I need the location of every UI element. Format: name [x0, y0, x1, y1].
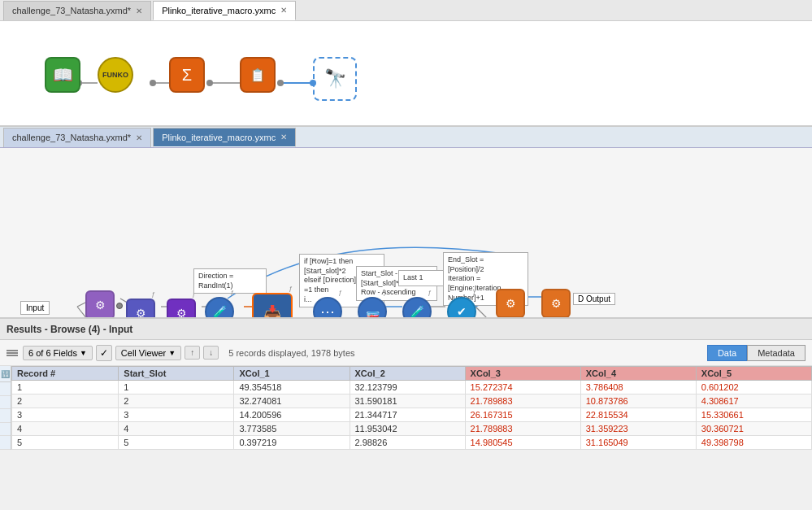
tab-bar-second: challenge_73_Natasha.yxmd* ✕ Plinko_iter… [0, 127, 812, 148]
tab-plinko-label: Plinko_iterative_macro.yxmc [162, 6, 276, 15]
records-info: 5 records displayed, 1978 bytes [228, 348, 354, 358]
tab2-plinko[interactable]: Plinko_iterative_macro.yxmc ✕ [153, 128, 296, 147]
sum-icon: Σ [169, 57, 205, 93]
results-header: Results - Browse (4) - Input [0, 319, 812, 340]
tab-challenge[interactable]: challenge_73_Natasha.yxmd* ✕ [3, 1, 151, 20]
table-row: 443.77358511.95304221.78988331.35922330.… [12, 422, 812, 436]
table-row: 550.3972192.9882614.98054531.16504949.39… [12, 436, 812, 450]
node-flask[interactable]: 🧪 ƒ [205, 297, 234, 319]
node-book[interactable]: 📖 [45, 57, 80, 93]
output-label-d: D Output [573, 293, 615, 305]
cell-viewer-chevron: ▼ [168, 349, 176, 357]
confirm-icon[interactable]: ✓ [96, 345, 112, 361]
tab-plinko[interactable]: Plinko_iterative_macro.yxmc ✕ [153, 1, 296, 20]
connector-gear1-out [116, 303, 123, 309]
tab-challenge-label: challenge_73_Natasha.yxmd* [12, 6, 131, 15]
col-header-xcol3: XCol_3 [465, 367, 580, 381]
row-type-indicator: 🔢 [0, 366, 11, 450]
cell-viewer-label: Cell Viewer [121, 348, 166, 358]
svg-point-5 [150, 80, 156, 86]
col-header-xcol1: XCol_1 [234, 367, 350, 381]
tab-plinko-close[interactable]: ✕ [280, 6, 287, 15]
table-row: 3314.20059621.34471726.16731522.81553415… [12, 408, 812, 422]
node-table-input[interactable]: 📥 ƒ [252, 293, 293, 319]
col-header-xcol4: XCol_4 [580, 367, 696, 381]
table-row: 1149.35451832.12379915.2723743.7864080.6… [12, 381, 812, 394]
sort-desc-icon: ↓ [209, 348, 213, 357]
canvas-top: 📖 FUNKO Σ 📋 🔭 [0, 21, 812, 127]
node-gear-out1[interactable]: ⚙ [496, 289, 525, 318]
table-body: 1149.35451832.12379915.2723743.7864080.6… [12, 381, 812, 450]
table-row: 2232.27408131.59018121.78988310.8737864.… [12, 394, 812, 408]
tab2-challenge[interactable]: challenge_73_Natasha.yxmd* ✕ [3, 128, 151, 147]
row-icon [7, 350, 18, 356]
node-settings-2[interactable]: ⚙ ƒ [167, 299, 196, 319]
sort-desc-button[interactable]: ↓ [203, 346, 219, 360]
node-sum[interactable]: Σ [169, 57, 205, 93]
node-funko[interactable]: FUNKO [98, 57, 133, 93]
cell-viewer-button[interactable]: Cell Viewer ▼ [115, 346, 181, 360]
node-test-tube[interactable]: 🧫 ƒ [358, 297, 387, 319]
fields-label: 6 of 6 Fields [28, 348, 77, 358]
results-header-text: Results - Browse (4) - Input [7, 324, 132, 335]
chevron-down-icon: ▼ [80, 349, 87, 357]
data-table-wrapper: 🔢 Record # Start_Slot XCol_1 XCol_2 XCol… [0, 366, 812, 450]
node-gear-out2[interactable]: ⚙ [541, 289, 571, 318]
col-header-xcol5: XCol_5 [696, 367, 811, 381]
node-binoculars[interactable]: 🔭 [313, 57, 357, 101]
tab2-plinko-label: Plinko_iterative_macro.yxmc [162, 133, 276, 142]
input-label-box: Input [20, 301, 50, 315]
table-icon: 📋 [240, 57, 276, 93]
tab2-plinko-close[interactable]: ✕ [280, 133, 287, 142]
canvas-bottom: Input ⚙ ⚙ ⚙ ƒ ⚙ ƒ Direction = RandInt(1)… [0, 148, 812, 319]
fields-button[interactable]: 6 of 6 Fields ▼ [23, 346, 93, 360]
node-checkmark[interactable]: ✔ ƒ [447, 297, 476, 319]
col-header-start-slot: Start_Slot [119, 367, 234, 381]
funko-icon: FUNKO [98, 57, 133, 93]
node-flask2[interactable]: 🧪 ƒ [402, 297, 432, 319]
svg-point-6 [206, 80, 213, 86]
sort-asc-button[interactable]: ↑ [185, 346, 200, 360]
metadata-button[interactable]: Metadata [747, 345, 805, 361]
results-area: Results - Browse (4) - Input 6 of 6 Fiel… [0, 319, 812, 450]
col-header-xcol2: XCol_2 [350, 367, 465, 381]
tab2-challenge-label: challenge_73_Natasha.yxmd* [12, 133, 131, 142]
tab-bar-top: challenge_73_Natasha.yxmd* ✕ Plinko_iter… [0, 0, 812, 21]
node-gear-1[interactable]: ⚙ [85, 290, 115, 319]
col-header-record: Record # [12, 367, 119, 381]
tab-challenge-close[interactable]: ✕ [136, 7, 142, 15]
node-settings-1[interactable]: ⚙ ƒ [126, 299, 155, 319]
sort-asc-icon: ↑ [190, 348, 194, 357]
tab2-challenge-close[interactable]: ✕ [136, 133, 142, 142]
binoculars-icon: 🔭 [313, 57, 357, 101]
book-icon: 📖 [45, 57, 80, 93]
data-table: Record # Start_Slot XCol_1 XCol_2 XCol_3… [11, 366, 812, 450]
data-meta-buttons: Data Metadata [707, 345, 805, 361]
results-toolbar: 6 of 6 Fields ▼ ✓ Cell Viewer ▼ ↑ ↓ 5 re… [0, 340, 812, 366]
node-dots[interactable]: ⋯ ƒ [313, 297, 342, 319]
data-button[interactable]: Data [707, 345, 747, 361]
node-table[interactable]: 📋 [240, 57, 276, 93]
svg-point-7 [277, 80, 284, 86]
table-header-row: Record # Start_Slot XCol_1 XCol_2 XCol_3… [12, 367, 812, 381]
svg-line-21 [475, 307, 492, 317]
